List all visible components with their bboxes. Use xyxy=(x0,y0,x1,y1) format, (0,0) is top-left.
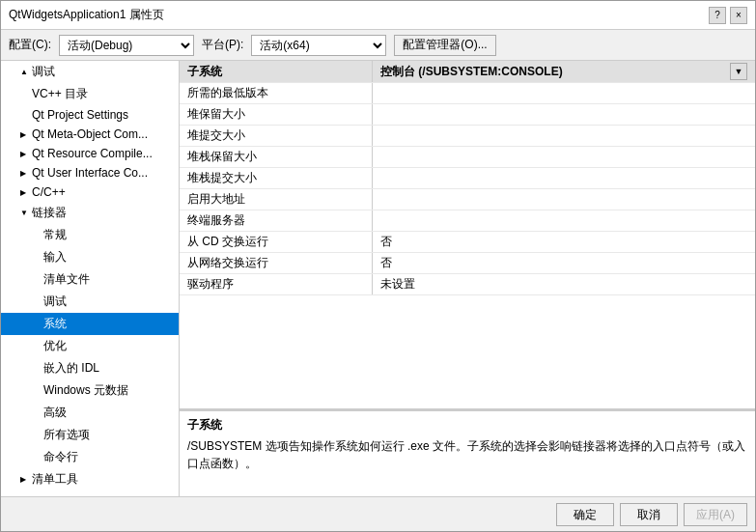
config-manager-button[interactable]: 配置管理器(O)... xyxy=(394,35,495,56)
sidebar-arrow-5: ▶ xyxy=(20,169,30,178)
right-panel: 子系统 控制台 (/SUBSYSTEM:CONSOLE) ▼ 所需的最低版本堆保… xyxy=(180,61,755,496)
header-value: 控制台 (/SUBSYSTEM:CONSOLE) ▼ xyxy=(373,61,755,82)
property-rows: 所需的最低版本堆保留大小堆提交大小堆栈保留大小堆栈提交大小启用大地址终端服务器从… xyxy=(180,83,755,295)
prop-name-9: 驱动程序 xyxy=(180,274,373,294)
sidebar-item-3[interactable]: ▶Qt Meta-Object Com... xyxy=(1,125,179,144)
apply-button[interactable]: 应用(A) xyxy=(684,503,747,526)
sidebar-label-10: 清单文件 xyxy=(43,271,90,288)
sidebar-item-5[interactable]: ▶Qt User Interface Co... xyxy=(1,163,179,182)
prop-value-5 xyxy=(373,189,755,210)
ok-button[interactable]: 确定 xyxy=(556,503,614,526)
sidebar-label-0: 调试 xyxy=(32,64,55,80)
prop-name-2: 堆提交大小 xyxy=(180,126,373,146)
close-button[interactable]: × xyxy=(730,7,747,24)
sidebar-arrow-6: ▶ xyxy=(20,188,30,197)
help-button[interactable]: ? xyxy=(709,7,726,24)
prop-value-7: 否 xyxy=(373,232,755,252)
table-row: 堆保留大小 xyxy=(180,104,755,126)
sidebar-item-9[interactable]: 输入 xyxy=(1,246,179,268)
table-row: 堆栈提交大小 xyxy=(180,168,755,189)
main-content: ▲调试VC++ 目录Qt Project Settings▶Qt Meta-Ob… xyxy=(1,61,755,496)
sidebar-label-17: 所有选项 xyxy=(43,427,90,443)
sidebar-item-17[interactable]: 所有选项 xyxy=(1,424,179,446)
sidebar-label-8: 常规 xyxy=(43,227,67,243)
main-window: QtWidgetsApplication1 属性页 ? × 配置(C): 活动(… xyxy=(0,0,756,532)
description-text: /SUBSYSTEM 选项告知操作系统如何运行 .exe 文件。子系统的选择会影… xyxy=(187,437,747,472)
sidebar-label-9: 输入 xyxy=(43,249,67,266)
prop-value-1 xyxy=(373,104,755,125)
prop-name-5: 启用大地址 xyxy=(180,189,373,210)
toolbar: 配置(C): 活动(Debug) 平台(P): 活动(x64) 配置管理器(O)… xyxy=(1,30,755,61)
table-row: 所需的最低版本 xyxy=(180,83,755,104)
sidebar-label-19: 清单工具 xyxy=(32,471,78,488)
sidebar-item-0[interactable]: ▲调试 xyxy=(1,61,179,83)
title-bar: QtWidgetsApplication1 属性页 ? × xyxy=(1,1,755,30)
sidebar-label-16: 高级 xyxy=(43,405,67,421)
prop-name-1: 堆保留大小 xyxy=(180,104,373,125)
sidebar-label-6: C/C++ xyxy=(32,185,66,199)
sidebar-item-18[interactable]: 命令行 xyxy=(1,446,179,468)
sidebar-item-1[interactable]: VC++ 目录 xyxy=(1,83,179,105)
sidebar-arrow-0: ▲ xyxy=(20,68,30,76)
sidebar-item-11[interactable]: 调试 xyxy=(1,291,179,313)
description-panel: 子系统 /SUBSYSTEM 选项告知操作系统如何运行 .exe 文件。子系统的… xyxy=(180,409,755,496)
title-bar-buttons: ? × xyxy=(709,7,747,24)
sidebar-item-6[interactable]: ▶C/C++ xyxy=(1,182,179,202)
sidebar-item-7[interactable]: ▼链接器 xyxy=(1,202,179,224)
sidebar-arrow-3: ▶ xyxy=(20,130,30,139)
sidebar-label-4: Qt Resource Compile... xyxy=(32,147,153,160)
table-row: 终端服务器 xyxy=(180,210,755,232)
table-row: 堆提交大小 xyxy=(180,126,755,147)
sidebar-item-4[interactable]: ▶Qt Resource Compile... xyxy=(1,144,179,163)
sidebar-item-15[interactable]: Windows 元数据 xyxy=(1,379,179,402)
sidebar-label-2: Qt Project Settings xyxy=(32,108,128,122)
description-title: 子系统 xyxy=(187,417,747,434)
platform-select[interactable]: 活动(x64) xyxy=(251,35,386,56)
prop-name-3: 堆栈保留大小 xyxy=(180,147,373,167)
prop-value-8: 否 xyxy=(373,253,755,273)
prop-name-7: 从 CD 交换运行 xyxy=(180,232,373,252)
sidebar-item-19[interactable]: ▶清单工具 xyxy=(1,468,179,490)
sidebar-label-1: VC++ 目录 xyxy=(32,86,88,102)
sidebar: ▲调试VC++ 目录Qt Project Settings▶Qt Meta-Ob… xyxy=(1,61,180,496)
table-row: 从网络交换运行否 xyxy=(180,253,755,274)
sidebar-label-11: 调试 xyxy=(43,294,67,310)
prop-name-8: 从网络交换运行 xyxy=(180,253,373,273)
prop-name-4: 堆栈提交大小 xyxy=(180,168,373,188)
sidebar-arrow-4: ▶ xyxy=(20,150,30,158)
sidebar-item-8[interactable]: 常规 xyxy=(1,224,179,246)
sidebar-item-12[interactable]: 系统 xyxy=(1,313,179,335)
sidebar-label-15: Windows 元数据 xyxy=(43,382,128,399)
platform-label: 平台(P): xyxy=(202,37,243,53)
prop-value-3 xyxy=(373,147,755,167)
config-label: 配置(C): xyxy=(9,37,51,53)
table-row: 启用大地址 xyxy=(180,189,755,210)
sidebar-label-5: Qt User Interface Co... xyxy=(32,166,148,180)
prop-name-0: 所需的最低版本 xyxy=(180,83,373,103)
sidebar-label-14: 嵌入的 IDL xyxy=(43,360,99,377)
cancel-button[interactable]: 取消 xyxy=(620,503,678,526)
sidebar-label-7: 链接器 xyxy=(32,205,67,221)
sidebar-arrow-7: ▼ xyxy=(20,209,30,217)
sidebar-label-3: Qt Meta-Object Com... xyxy=(32,127,148,141)
property-header-row: 子系统 控制台 (/SUBSYSTEM:CONSOLE) ▼ xyxy=(180,61,755,83)
prop-value-6 xyxy=(373,210,755,231)
sidebar-label-13: 优化 xyxy=(43,338,67,354)
sidebar-label-12: 系统 xyxy=(43,316,67,332)
config-select[interactable]: 活动(Debug) xyxy=(59,35,194,56)
subsystem-dropdown-btn[interactable]: ▼ xyxy=(730,63,747,80)
sidebar-arrow-19: ▶ xyxy=(20,475,30,484)
sidebar-item-14[interactable]: 嵌入的 IDL xyxy=(1,357,179,379)
prop-value-4 xyxy=(373,168,755,188)
prop-name-6: 终端服务器 xyxy=(180,210,373,231)
property-table: 子系统 控制台 (/SUBSYSTEM:CONSOLE) ▼ 所需的最低版本堆保… xyxy=(180,61,755,409)
table-row: 驱动程序未设置 xyxy=(180,274,755,295)
sidebar-item-2[interactable]: Qt Project Settings xyxy=(1,105,179,125)
header-name: 子系统 xyxy=(180,61,373,82)
sidebar-item-10[interactable]: 清单文件 xyxy=(1,268,179,291)
prop-value-0 xyxy=(373,83,755,103)
sidebar-label-18: 命令行 xyxy=(43,449,78,465)
prop-value-2 xyxy=(373,126,755,146)
sidebar-item-16[interactable]: 高级 xyxy=(1,402,179,424)
sidebar-item-13[interactable]: 优化 xyxy=(1,335,179,357)
